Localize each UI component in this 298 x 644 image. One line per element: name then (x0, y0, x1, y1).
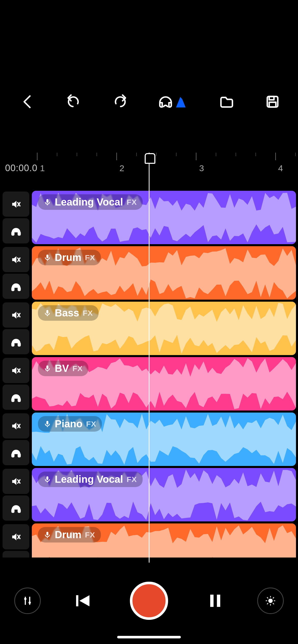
mic-icon (44, 198, 51, 206)
record-button[interactable] (130, 582, 168, 620)
mute-button[interactable] (3, 247, 29, 272)
mute-button[interactable] (3, 358, 29, 383)
mic-icon (44, 254, 51, 261)
fx-badge: FX (85, 253, 95, 262)
track-controls (0, 357, 32, 411)
metronome-button[interactable] (173, 94, 188, 109)
svg-rect-20 (12, 343, 14, 346)
undo-button[interactable] (66, 94, 82, 109)
svg-line-74 (273, 603, 274, 604)
track-label-chip[interactable]: Bass FX (38, 305, 99, 321)
svg-rect-3 (269, 96, 274, 100)
back-button[interactable] (20, 94, 36, 109)
svg-rect-4 (269, 102, 276, 107)
track-controls (0, 413, 32, 466)
settings-button[interactable] (257, 588, 284, 614)
mic-icon (44, 476, 51, 483)
solo-headphones-button[interactable] (3, 495, 29, 521)
svg-rect-21 (18, 343, 20, 346)
mic-icon (44, 531, 51, 539)
track-controls (0, 191, 32, 244)
mute-button[interactable] (3, 192, 29, 217)
track-name: Leading Vocal (55, 474, 123, 485)
skip-start-button[interactable] (74, 592, 92, 610)
transport-bar (0, 575, 298, 626)
audio-clip[interactable]: Bass FX (32, 302, 296, 355)
solo-headphones-button[interactable] (3, 274, 29, 299)
audio-clip[interactable]: Drum FX (32, 246, 296, 300)
track-name: Piano (55, 418, 83, 430)
audio-clip[interactable]: Drum FX (32, 523, 296, 558)
svg-point-68 (269, 599, 272, 603)
playhead[interactable] (149, 153, 150, 563)
svg-rect-15 (18, 287, 20, 290)
audio-clip[interactable]: Leading Vocal FX (32, 468, 296, 521)
solo-headphones-button[interactable] (3, 218, 29, 243)
top-toolbar (0, 86, 298, 117)
track-label-chip[interactable]: Drum FX (38, 527, 101, 543)
svg-rect-32 (12, 454, 14, 457)
track-label-chip[interactable]: BV FX (38, 361, 88, 376)
svg-rect-14 (12, 287, 14, 290)
pause-button[interactable] (206, 592, 224, 610)
svg-rect-16 (46, 254, 48, 258)
mic-icon (44, 365, 51, 372)
home-indicator (117, 636, 181, 638)
track-name: Bass (55, 307, 79, 319)
ruler-mark: 3 (199, 163, 204, 173)
svg-rect-26 (12, 398, 14, 401)
svg-line-75 (273, 597, 274, 598)
track-controls (0, 302, 32, 355)
svg-rect-40 (46, 476, 48, 480)
track-label-chip[interactable]: Leading Vocal FX (38, 472, 143, 487)
mixer-button[interactable] (14, 588, 41, 614)
redo-button[interactable] (112, 94, 127, 109)
monitor-button[interactable] (158, 94, 173, 109)
svg-rect-28 (46, 365, 48, 369)
track-name: BV (55, 363, 69, 374)
track-controls (0, 468, 32, 521)
track-name: Drum (55, 529, 81, 540)
track-name: Leading Vocal (55, 196, 123, 208)
track-label-chip[interactable]: Drum FX (38, 250, 101, 265)
audio-clip[interactable]: Piano FX (32, 413, 296, 466)
fx-badge: FX (127, 475, 137, 484)
track-controls (0, 523, 32, 558)
solo-headphones-button[interactable] (3, 329, 29, 354)
track-label-chip[interactable]: Leading Vocal FX (38, 194, 143, 210)
ruler-mark: 2 (119, 163, 124, 173)
mute-button[interactable] (3, 469, 29, 494)
mute-button[interactable] (3, 524, 29, 549)
fx-badge: FX (86, 420, 96, 428)
mute-button[interactable] (3, 302, 29, 328)
svg-rect-33 (18, 454, 20, 457)
audio-clip[interactable]: BV FX (32, 357, 296, 411)
svg-rect-39 (18, 509, 20, 512)
audio-clip[interactable]: Leading Vocal FX (32, 191, 296, 244)
solo-headphones-button[interactable] (3, 551, 29, 558)
svg-rect-27 (18, 398, 20, 401)
track-controls (0, 246, 32, 300)
svg-rect-34 (46, 421, 48, 424)
svg-rect-67 (217, 595, 220, 607)
svg-rect-66 (210, 595, 213, 607)
svg-rect-10 (46, 199, 48, 202)
mic-icon (44, 420, 51, 428)
mute-button[interactable] (3, 413, 29, 438)
save-button[interactable] (265, 94, 280, 109)
svg-line-73 (267, 597, 268, 598)
ruler-mark: 1 (40, 163, 45, 173)
mic-icon (44, 309, 51, 317)
fx-badge: FX (83, 309, 93, 317)
folder-button[interactable] (219, 94, 234, 109)
solo-headphones-button[interactable] (3, 440, 29, 465)
svg-line-76 (267, 603, 268, 604)
svg-rect-9 (18, 232, 20, 235)
solo-headphones-button[interactable] (3, 385, 29, 410)
track-label-chip[interactable]: Piano FX (38, 416, 102, 432)
timecode: 00:00.0 (5, 163, 37, 173)
fx-badge: FX (73, 364, 83, 373)
svg-marker-65 (79, 595, 89, 606)
svg-rect-46 (46, 532, 48, 535)
svg-rect-64 (76, 595, 78, 606)
